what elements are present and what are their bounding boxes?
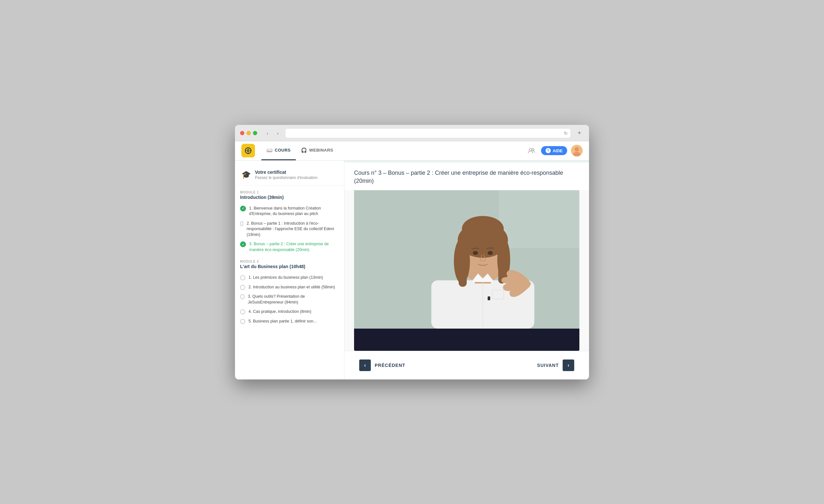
back-button[interactable]: ‹ xyxy=(263,129,272,138)
close-button[interactable] xyxy=(240,131,244,135)
svg-point-20 xyxy=(462,216,504,242)
group-icon-button[interactable] xyxy=(526,145,537,157)
logo-icon[interactable] xyxy=(241,144,255,158)
video-placeholder xyxy=(354,190,579,329)
certificate-title: Votre certificat xyxy=(255,170,317,175)
certificate-subtitle: Passez le questionnaire d'évaluation xyxy=(255,175,317,180)
aide-label: AIDE xyxy=(553,148,562,153)
next-button[interactable]: SUIVANT › xyxy=(532,356,579,374)
tab-cours[interactable]: 📖 COURS xyxy=(262,141,296,160)
module-1-title: Introduction (39min) xyxy=(240,195,339,200)
video-title-section: Cours n° 3 – Bonus – partie 2 : Créer un… xyxy=(344,163,589,190)
course-item-text-8: 5. Business plan partie 1, définir son..… xyxy=(248,319,317,324)
user-avatar[interactable] xyxy=(571,145,583,157)
video-area: Cours n° 3 – Bonus – partie 2 : Créer un… xyxy=(344,161,589,380)
prev-arrow-icon: ‹ xyxy=(359,360,371,371)
course-item-8[interactable]: 5. Business plan partie 1, définir son..… xyxy=(235,317,344,326)
svg-rect-25 xyxy=(488,296,490,300)
svg-point-6 xyxy=(529,148,532,151)
svg-point-7 xyxy=(532,149,534,150)
circle-icon-7 xyxy=(240,309,245,314)
sidebar: 🎓 Votre certificat Passez le questionnai… xyxy=(235,161,344,380)
completed-icon-1 xyxy=(240,206,246,211)
browser-controls: ‹ › ↻ + xyxy=(240,129,584,138)
maximize-button[interactable] xyxy=(253,131,257,135)
video-nav-bar: ‹ PRÉCÉDENT SUIVANT › xyxy=(344,351,589,380)
course-item-text-1: 1. Bienvenue dans la formation Création … xyxy=(249,206,339,217)
svg-point-24 xyxy=(488,251,493,255)
completed-icon-3 xyxy=(240,241,246,247)
course-item-text-6: 3. Quels outils? Présentation de JeSuisE… xyxy=(248,294,339,305)
course-item-text-3: 3. Bonus – partie 2 : Créer une entrepri… xyxy=(249,241,339,253)
course-item-6[interactable]: 3. Quels outils? Présentation de JeSuisE… xyxy=(235,292,344,307)
certificate-icon: 🎓 xyxy=(241,170,251,179)
question-icon: ? xyxy=(545,148,551,153)
logo-container xyxy=(241,144,255,158)
svg-point-1 xyxy=(247,149,249,152)
tab-webinars-label: WEBINARS xyxy=(309,148,333,153)
tab-cours-label: COURS xyxy=(275,148,291,153)
browser-window: ‹ › ↻ + xyxy=(235,125,589,380)
circle-icon-2 xyxy=(240,221,243,226)
svg-rect-21 xyxy=(459,255,467,287)
module-1-section: MODULE 1 Introduction (39min) xyxy=(235,191,344,200)
video-title: Cours n° 3 – Bonus – partie 2 : Créer un… xyxy=(354,169,579,185)
prev-label: PRÉCÉDENT xyxy=(375,363,405,368)
svg-point-9 xyxy=(575,147,579,152)
browser-chrome: ‹ › ↻ + xyxy=(235,125,589,141)
new-tab-button[interactable]: + xyxy=(575,129,584,138)
course-item-7[interactable]: 4. Cas pratique, introduction (8min) xyxy=(235,307,344,317)
module-1-label: MODULE 1 xyxy=(240,191,339,194)
svg-rect-12 xyxy=(499,190,579,248)
aide-button[interactable]: ? AIDE xyxy=(541,146,567,155)
course-item-text-5: 2. Introduction au business plan et util… xyxy=(248,285,335,290)
prev-button[interactable]: ‹ PRÉCÉDENT xyxy=(354,356,410,374)
course-item-text-4: 1. Les prémices du business plan (13min) xyxy=(248,275,323,281)
module-2-section: MODULE 2 L'art du Business plan (10h48) xyxy=(235,260,344,269)
circle-icon-4 xyxy=(240,275,245,280)
browser-nav-buttons: ‹ › xyxy=(263,129,282,138)
traffic-lights xyxy=(240,131,257,135)
course-item-3[interactable]: 3. Bonus – partie 2 : Créer une entrepri… xyxy=(235,239,344,255)
certificate-section: 🎓 Votre certificat Passez le questionnai… xyxy=(235,166,344,185)
address-bar[interactable]: ↻ xyxy=(286,129,571,138)
next-label: SUIVANT xyxy=(537,363,559,368)
webinars-icon: 🎧 xyxy=(301,147,307,153)
tab-webinars[interactable]: 🎧 WEBINARS xyxy=(296,141,338,160)
module-2-label: MODULE 2 xyxy=(240,260,339,263)
course-item-2[interactable]: 2. Bonus – partie 1 : Introduction à l'é… xyxy=(235,219,344,240)
cours-icon: 📖 xyxy=(267,147,273,153)
forward-button[interactable]: › xyxy=(273,129,282,138)
header-actions: ? AIDE xyxy=(526,145,583,157)
circle-icon-8 xyxy=(240,319,245,324)
course-item-text-2: 2. Bonus – partie 1 : Introduction à l'é… xyxy=(246,221,339,238)
circle-icon-5 xyxy=(240,285,245,290)
module-2-title: L'art du Business plan (10h48) xyxy=(240,264,339,269)
video-person-svg xyxy=(354,190,579,329)
course-item-5[interactable]: 2. Introduction au business plan et util… xyxy=(235,283,344,292)
app-header: 📖 COURS 🎧 WEBINARS ? AIDE xyxy=(235,141,589,161)
main-content: 🎓 Votre certificat Passez le questionnai… xyxy=(235,161,589,380)
minimize-button[interactable] xyxy=(246,131,251,135)
certificate-text: Votre certificat Passez le questionnaire… xyxy=(255,170,317,180)
circle-icon-6 xyxy=(240,294,245,299)
course-item-1[interactable]: 1. Bienvenue dans la formation Création … xyxy=(235,204,344,219)
next-arrow-icon: › xyxy=(562,360,574,371)
svg-point-23 xyxy=(473,251,478,255)
course-item-4[interactable]: 1. Les prémices du business plan (13min) xyxy=(235,273,344,283)
main-nav: 📖 COURS 🎧 WEBINARS xyxy=(262,141,338,160)
refresh-button[interactable]: ↻ xyxy=(564,131,568,136)
course-item-text-7: 4. Cas pratique, introduction (8min) xyxy=(248,309,311,315)
video-container[interactable] xyxy=(354,190,579,351)
